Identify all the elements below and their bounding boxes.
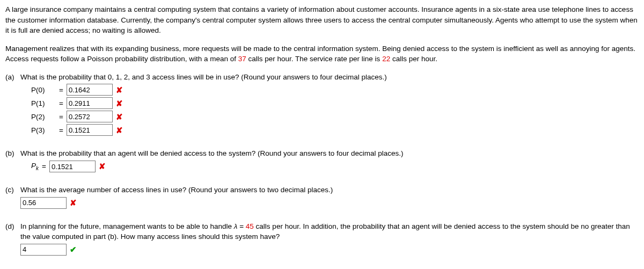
equals-sign: = xyxy=(42,161,46,172)
intro2-rate-value: 22 xyxy=(382,55,390,63)
wrong-icon: ✘ xyxy=(116,98,123,110)
p0-label: P(0) xyxy=(31,85,56,96)
pk-p: P xyxy=(31,162,36,170)
part-d-lambda-value: 45 xyxy=(246,222,254,230)
p0-input[interactable] xyxy=(67,84,113,96)
avg-lines-input[interactable] xyxy=(20,197,67,209)
wrong-icon: ✘ xyxy=(116,125,123,136)
wrong-icon: ✘ xyxy=(116,111,123,123)
intro2-mean-value: 37 xyxy=(238,55,246,63)
part-a-question: What is the probability that 0, 1, 2, an… xyxy=(20,72,639,83)
intro-paragraph-1: A large insurance company maintains a ce… xyxy=(5,4,639,36)
part-d-q1: In planning for the future, management w… xyxy=(20,222,234,230)
pk-input[interactable] xyxy=(49,161,96,172)
correct-icon: ✔ xyxy=(70,244,77,256)
p3-input[interactable] xyxy=(67,124,113,136)
part-a-label: (a) xyxy=(5,72,20,83)
pk-sub: k xyxy=(36,165,39,171)
p2-label: P(2) xyxy=(31,112,56,122)
num-lines-input[interactable] xyxy=(20,244,67,256)
p2-input[interactable] xyxy=(67,111,113,122)
intro2-text-c: calls per hour. xyxy=(390,55,437,63)
part-c: (c) What is the average number of access… xyxy=(5,185,639,210)
part-a: (a) What is the probability that 0, 1, 2… xyxy=(5,72,639,138)
intro2-text-b: calls per hour. The service rate per lin… xyxy=(246,55,382,63)
wrong-icon: ✘ xyxy=(99,161,106,172)
equals-sign: = xyxy=(59,85,63,96)
part-c-label: (c) xyxy=(5,185,20,195)
pk-label: Pk xyxy=(31,161,39,172)
part-d: (d) In planning for the future, manageme… xyxy=(5,221,639,257)
part-d-eq: = xyxy=(237,222,245,230)
p1-input[interactable] xyxy=(67,97,113,109)
equals-sign: = xyxy=(59,125,63,136)
wrong-icon: ✘ xyxy=(70,197,77,209)
part-b-question: What is the probability that an agent wi… xyxy=(20,148,639,159)
part-b: (b) What is the probability that an agen… xyxy=(5,148,639,174)
part-d-label: (d) xyxy=(5,221,20,232)
intro-paragraph-2: Management realizes that with its expand… xyxy=(5,43,639,64)
part-c-question: What is the average number of access lin… xyxy=(20,185,639,195)
wrong-icon: ✘ xyxy=(116,84,123,96)
part-d-question: In planning for the future, management w… xyxy=(20,221,639,242)
equals-sign: = xyxy=(59,98,63,109)
p1-label: P(1) xyxy=(31,98,56,109)
part-b-label: (b) xyxy=(5,148,20,159)
equals-sign: = xyxy=(59,112,63,122)
p3-label: P(3) xyxy=(31,125,56,136)
